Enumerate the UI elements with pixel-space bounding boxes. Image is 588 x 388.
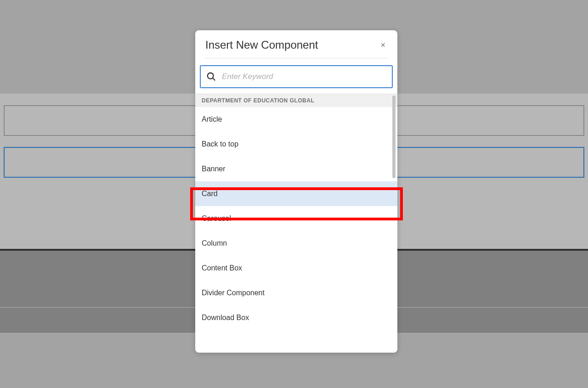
- list-item-card[interactable]: Card: [195, 181, 397, 206]
- group-header: DEPARTMENT OF EDUCATION GLOBAL: [195, 94, 397, 107]
- close-button[interactable]: ×: [379, 39, 387, 51]
- list-item-banner[interactable]: Banner: [195, 157, 397, 181]
- list-item-carousel[interactable]: Carousel: [195, 206, 397, 231]
- scrollbar-thumb[interactable]: [392, 96, 396, 178]
- search-box[interactable]: [200, 65, 393, 88]
- insert-component-dialog: Insert New Component × DEPARTMENT OF EDU…: [195, 30, 397, 353]
- list-item-content-box[interactable]: Content Box: [195, 256, 397, 281]
- list-item-divider-component[interactable]: Divider Component: [195, 281, 397, 305]
- dialog-header: Insert New Component ×: [195, 30, 397, 58]
- list-item-column[interactable]: Column: [195, 231, 397, 256]
- svg-line-1: [213, 78, 215, 80]
- list-item-download-box[interactable]: Download Box: [195, 305, 397, 330]
- component-list[interactable]: DEPARTMENT OF EDUCATION GLOBAL Article B…: [195, 94, 397, 353]
- search-container: [195, 58, 397, 94]
- search-input[interactable]: [222, 72, 386, 81]
- svg-point-0: [208, 73, 214, 79]
- list-item-article[interactable]: Article: [195, 107, 397, 132]
- search-icon: [206, 72, 216, 82]
- list-item-back-to-top[interactable]: Back to top: [195, 132, 397, 157]
- dialog-title: Insert New Component: [205, 39, 318, 51]
